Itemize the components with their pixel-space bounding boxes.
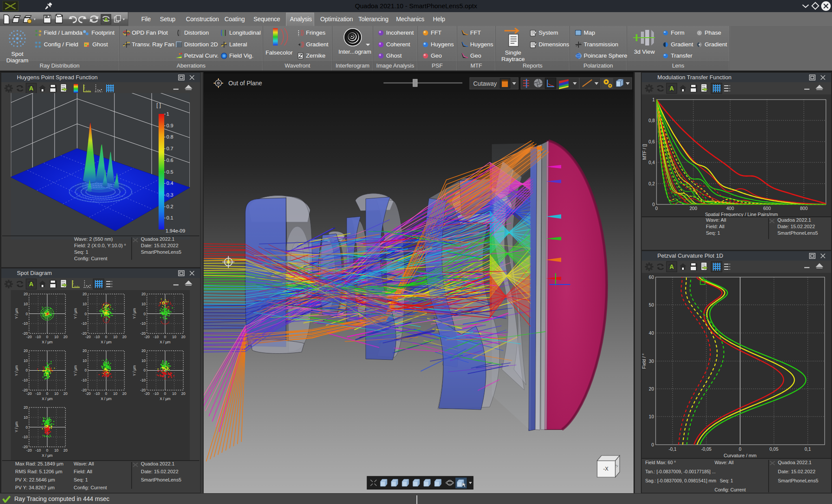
svg-text:Wave: All: Wave: All — [706, 217, 726, 223]
svg-text:Out of Plane: Out of Plane — [228, 80, 262, 87]
svg-text:PV Y: 34.8267 µm: PV Y: 34.8267 µm — [15, 485, 55, 490]
svg-text:PV X: 22.5646 µm: PV X: 22.5646 µm — [15, 477, 55, 482]
svg-text:Wave: All: Wave: All — [74, 461, 94, 466]
svg-text:Seq: 1: Seq: 1 — [74, 477, 88, 482]
svg-text:✳: ✳ — [38, 45, 42, 48]
svg-text:Max Rad: 25.1849 µm: Max Rad: 25.1849 µm — [15, 461, 63, 466]
svg-text:SmartPhoneLens5: SmartPhoneLens5 — [141, 249, 182, 255]
svg-text:Quadoa 2022.1: Quadoa 2022.1 — [778, 460, 812, 465]
svg-text:Wave: 2 (550 nm): Wave: 2 (550 nm) — [74, 236, 113, 242]
svg-text:Field: All: Field: All — [706, 224, 725, 229]
svg-text:Date: 15.02.2022: Date: 15.02.2022 — [141, 469, 179, 474]
svg-text:Quadoa 2022.1: Quadoa 2022.1 — [777, 217, 811, 223]
svg-text:✳: ✳ — [35, 33, 38, 37]
svg-text:Field: All: Field: All — [74, 469, 92, 474]
svg-text:Config: Current: Config: Current — [715, 487, 746, 492]
svg-text:Config: Current: Config: Current — [74, 256, 107, 261]
svg-text:Field Max: 60 °: Field Max: 60 ° — [645, 460, 676, 465]
svg-text:Quadoa 2022.1: Quadoa 2022.1 — [141, 461, 175, 466]
svg-text:Date: 15.02.2022: Date: 15.02.2022 — [777, 224, 815, 229]
svg-text:Seq: 1: Seq: 1 — [720, 478, 733, 483]
svg-text:Config: Current: Config: Current — [74, 485, 107, 490]
svg-text:SmartPhoneLens5: SmartPhoneLens5 — [141, 477, 182, 482]
svg-text:SmartPhoneLens5: SmartPhoneLens5 — [778, 478, 819, 483]
svg-text:Wave: All: Wave: All — [715, 460, 734, 465]
svg-text:Field: 2 (X:0.0, Y:10.0) °: Field: 2 (X:0.0, Y:10.0) ° — [74, 243, 126, 248]
svg-text:Date: 15.02.2022: Date: 15.02.2022 — [778, 469, 816, 474]
svg-text:Seq: 1: Seq: 1 — [706, 230, 720, 236]
svg-text:Cutaway: Cutaway — [473, 80, 497, 87]
svg-text:Tan.: [-0.0837009, -0.00177185: Tan.: [-0.0837009, -0.00177185] ... — [645, 469, 716, 474]
svg-text:Seq: 1: Seq: 1 — [74, 249, 88, 255]
svg-text:✳: ✳ — [35, 45, 38, 48]
svg-text:SmartPhoneLens5: SmartPhoneLens5 — [777, 230, 818, 236]
svg-text:Sag.: [-0.0837009, 0.0981541]: Sag.: [-0.0837009, 0.0981541] mm — [645, 478, 716, 483]
svg-text:✳: ✳ — [38, 33, 42, 37]
svg-text:Quadoa 2022.1: Quadoa 2022.1 — [141, 236, 175, 242]
svg-text:A: A — [104, 16, 108, 23]
svg-text:-X: -X — [603, 466, 608, 472]
svg-text:Date: 15.02.2022: Date: 15.02.2022 — [141, 243, 179, 248]
svg-text:RMS Rad: 5.1206 µm: RMS Rad: 5.1206 µm — [15, 469, 62, 474]
